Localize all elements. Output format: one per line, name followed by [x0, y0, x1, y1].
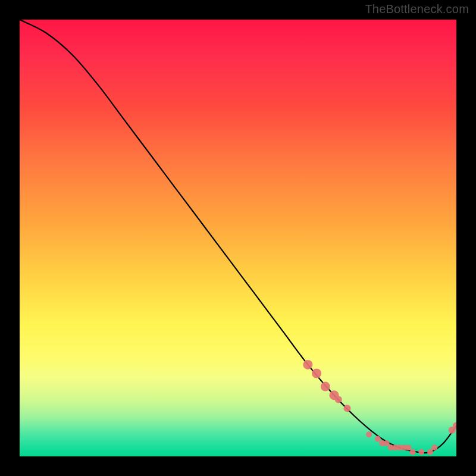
chart-plot-area [20, 20, 456, 456]
watermark-text: TheBottleneck.com [365, 2, 469, 16]
chart-marker [344, 405, 351, 412]
chart-marker [405, 444, 411, 450]
chart-marker [410, 449, 416, 455]
chart-svg [20, 20, 456, 456]
bottleneck-curve-line [20, 20, 456, 453]
chart-marker [303, 360, 312, 369]
chart-marker [321, 382, 330, 392]
chart-marker [366, 431, 372, 437]
chart-marker [431, 444, 437, 450]
chart-marker [375, 436, 381, 442]
chart-marker [418, 449, 424, 455]
chart-marker [335, 396, 342, 403]
chart-marker [427, 449, 433, 455]
chart-marker [384, 440, 390, 446]
chart-markers-group [303, 360, 456, 455]
chart-marker [312, 369, 321, 378]
